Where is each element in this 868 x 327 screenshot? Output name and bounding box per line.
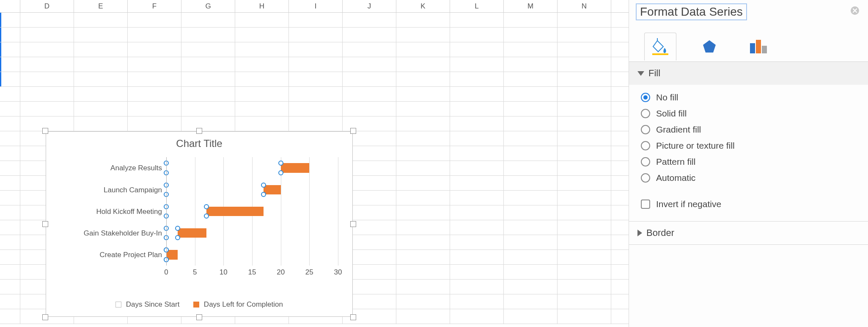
cell[interactable] <box>128 87 181 101</box>
col-header[interactable]: M <box>504 0 558 12</box>
cell[interactable] <box>450 176 504 190</box>
chart-legend[interactable]: Days Since Start Days Left for Completio… <box>46 300 352 309</box>
cell[interactable] <box>504 250 558 264</box>
selection-marker[interactable] <box>204 213 209 219</box>
cell[interactable] <box>504 309 558 324</box>
cell[interactable] <box>0 191 20 205</box>
cell[interactable] <box>558 265 611 279</box>
cell[interactable] <box>504 72 558 86</box>
cell[interactable] <box>396 42 450 57</box>
selection-marker[interactable] <box>175 226 180 231</box>
cell[interactable] <box>74 57 128 72</box>
cell[interactable] <box>0 42 20 57</box>
cell[interactable] <box>396 309 450 324</box>
cell[interactable] <box>396 191 450 205</box>
cell[interactable] <box>558 116 611 131</box>
cell[interactable] <box>450 205 504 220</box>
cell[interactable] <box>450 102 504 116</box>
cell[interactable] <box>504 57 558 72</box>
cell[interactable] <box>558 309 611 324</box>
cell[interactable] <box>396 131 450 146</box>
cell[interactable] <box>450 191 504 205</box>
cell[interactable] <box>396 13 450 27</box>
cell[interactable] <box>0 265 20 279</box>
cell[interactable] <box>396 294 450 309</box>
cell[interactable] <box>504 205 558 220</box>
cell[interactable] <box>396 87 450 101</box>
embedded-chart[interactable]: Chart Title Analyze ResultsLaunch Campai… <box>41 126 358 322</box>
cell[interactable] <box>181 102 235 116</box>
cell[interactable] <box>504 191 558 205</box>
col-header[interactable]: N <box>558 0 611 12</box>
cell[interactable] <box>20 13 74 27</box>
cell[interactable] <box>558 176 611 190</box>
cell[interactable] <box>450 309 504 324</box>
cell[interactable] <box>343 57 396 72</box>
chart-title[interactable]: Chart Title <box>46 132 352 154</box>
col-header[interactable]: I <box>289 0 343 12</box>
cell[interactable] <box>0 57 20 72</box>
cell[interactable] <box>74 72 128 86</box>
cell[interactable] <box>396 265 450 279</box>
bar-segment-start[interactable] <box>166 163 281 173</box>
bar-segment-days[interactable] <box>264 185 281 195</box>
cell[interactable] <box>128 28 181 42</box>
cell[interactable] <box>504 161 558 175</box>
cell[interactable] <box>235 87 289 101</box>
selection-marker[interactable] <box>175 235 180 240</box>
close-icon[interactable] <box>850 6 860 17</box>
cell[interactable] <box>0 87 20 101</box>
cell[interactable] <box>181 87 235 101</box>
bar-segment-days[interactable] <box>178 228 206 238</box>
cell[interactable] <box>504 42 558 57</box>
cell[interactable] <box>558 72 611 86</box>
cell[interactable] <box>0 102 20 116</box>
cell[interactable] <box>289 57 343 72</box>
cell[interactable] <box>0 235 20 249</box>
cell[interactable] <box>396 205 450 220</box>
radio-pattern-fill[interactable]: Pattern fill <box>641 157 856 167</box>
cell[interactable] <box>128 13 181 27</box>
cell[interactable] <box>0 176 20 190</box>
cell[interactable] <box>289 72 343 86</box>
cell[interactable] <box>74 87 128 101</box>
cell[interactable] <box>504 294 558 309</box>
col-header[interactable]: K <box>396 0 450 12</box>
cell[interactable] <box>558 294 611 309</box>
resize-handle[interactable] <box>350 128 356 134</box>
cell[interactable] <box>396 280 450 294</box>
cell[interactable] <box>396 116 450 131</box>
cell[interactable] <box>558 146 611 161</box>
legend-item[interactable]: Days Since Start <box>115 300 179 309</box>
cell[interactable] <box>558 191 611 205</box>
cell[interactable] <box>396 161 450 175</box>
radio-automatic[interactable]: Automatic <box>641 173 856 183</box>
cell[interactable] <box>558 250 611 264</box>
tab-effects[interactable] <box>693 33 725 61</box>
cell[interactable] <box>128 102 181 116</box>
cell[interactable] <box>504 265 558 279</box>
cell[interactable] <box>450 13 504 27</box>
cell[interactable] <box>343 102 396 116</box>
cell[interactable] <box>450 235 504 249</box>
cell[interactable] <box>289 102 343 116</box>
cell[interactable] <box>20 28 74 42</box>
cell[interactable] <box>558 205 611 220</box>
selection-marker[interactable] <box>261 183 266 188</box>
chart-bar-row[interactable]: Launch Campaign <box>166 185 338 195</box>
cell[interactable] <box>128 42 181 57</box>
cell[interactable] <box>0 116 20 131</box>
cell[interactable] <box>450 265 504 279</box>
cell[interactable] <box>20 57 74 72</box>
cell[interactable] <box>504 131 558 146</box>
cell[interactable] <box>128 57 181 72</box>
cell[interactable] <box>396 57 450 72</box>
cell[interactable] <box>396 220 450 235</box>
tab-series-options[interactable] <box>742 33 775 61</box>
cell[interactable] <box>396 250 450 264</box>
col-header[interactable]: J <box>343 0 396 12</box>
cell[interactable] <box>450 146 504 161</box>
cell[interactable] <box>450 280 504 294</box>
cell[interactable] <box>74 102 128 116</box>
cell[interactable] <box>0 72 20 86</box>
